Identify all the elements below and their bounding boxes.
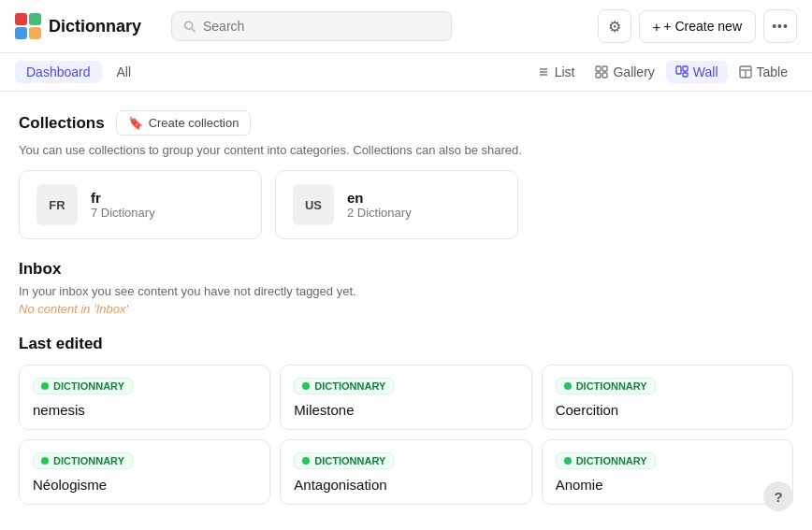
app-title: Dictionnary [49,17,141,36]
collection-info-fr: fr 7 Dictionary [91,190,155,220]
tag-dot-2 [564,382,572,390]
help-label: ? [774,489,782,505]
list-icon [537,65,550,79]
svg-rect-13 [676,66,681,74]
collection-flag-en: US [293,184,334,225]
create-new-button[interactable]: + + Create new [639,10,756,43]
search-icon [183,20,196,33]
create-collection-button[interactable]: 🔖 Create collection [116,110,252,136]
card-tag-5: DICTIONNARY [556,452,656,469]
card-item-antagonisation[interactable]: DICTIONNARY Antagonisation [280,439,531,505]
view-tab-wall[interactable]: Wall [666,61,728,83]
svg-rect-11 [596,73,601,78]
search-input[interactable] [203,19,440,34]
view-tab-gallery[interactable]: Gallery [586,61,663,83]
header-actions: ⚙ + + Create new ••• [598,9,797,43]
view-tab-list-label: List [555,64,575,79]
card-tag-1: DICTIONNARY [294,378,394,394]
nav-tabs: Dashboard All List Gallery [0,53,812,92]
gear-icon: ⚙ [608,18,621,36]
collection-flag-fr: FR [36,184,78,225]
main-content: Collections 🔖 Create collection You can … [0,92,812,505]
header: Dictionnary ⚙ + + Create new ••• [0,0,812,53]
svg-line-5 [192,28,195,31]
tag-label-2: DICTIONNARY [576,380,647,392]
card-item-neologisme[interactable]: DICTIONNARY Néologisme [19,439,270,505]
create-new-label: + Create new [663,19,742,34]
search-bar[interactable] [171,11,452,41]
tag-dot-1 [302,382,310,390]
svg-rect-10 [602,66,607,71]
view-tab-table-label: Table [757,64,788,79]
card-tag-4: DICTIONNARY [294,452,394,469]
view-tab-wall-label: Wall [693,64,718,79]
inbox-title: Inbox [19,260,793,279]
tag-label-5: DICTIONNARY [576,455,647,466]
card-name-1: Milestone [294,402,517,418]
collection-card-en[interactable]: US en 2 Dictionary [275,170,518,239]
collection-name-en: en [347,190,412,206]
collections-header: Collections 🔖 Create collection [19,110,793,136]
view-tabs: List Gallery Wall Ta [528,61,797,83]
table-icon [739,65,752,79]
last-edited-section: Last edited DICTIONNARY nemesis DICTIONN… [19,335,793,505]
tag-dot-0 [41,382,49,390]
collection-count-en: 2 Dictionary [347,206,412,220]
card-tag-0: DICTIONNARY [33,378,133,394]
cards-grid: DICTIONNARY nemesis DICTIONNARY Mileston… [19,365,793,505]
card-item-coercition[interactable]: DICTIONNARY Coercition [542,365,793,430]
last-edited-title: Last edited [19,335,793,353]
collections-title: Collections [19,114,105,133]
view-tab-table[interactable]: Table [730,61,797,83]
logo: Dictionnary [15,13,141,39]
card-item-anomie[interactable]: DICTIONNARY Anomie [542,439,793,505]
tag-dot-3 [41,457,49,465]
plus-icon: + [653,19,661,35]
card-name-5: Anomie [556,477,779,493]
more-button[interactable]: ••• [763,9,797,43]
inbox-description: In your inbox you see content you have n… [19,284,793,298]
card-name-0: nemesis [33,402,256,418]
collection-info-en: en 2 Dictionary [347,190,412,220]
card-name-2: Coercition [556,402,779,418]
tag-label-3: DICTIONNARY [53,455,124,466]
gallery-icon [595,65,608,79]
settings-button[interactable]: ⚙ [598,9,631,43]
tag-dot-5 [564,457,572,465]
more-icon: ••• [772,19,789,34]
tag-label-0: DICTIONNARY [53,380,124,392]
logo-icon [15,13,41,39]
svg-rect-3 [29,27,41,39]
bookmark-icon: 🔖 [128,116,143,130]
card-name-3: Néologisme [33,477,256,493]
collections-description: You can use collections to group your co… [19,143,793,157]
card-tag-3: DICTIONNARY [33,452,133,469]
inbox-section: Inbox In your inbox you see content you … [19,260,793,316]
tag-dot-4 [302,457,310,465]
tag-label-4: DICTIONNARY [314,455,385,466]
tag-label-1: DICTIONNARY [314,380,385,392]
wall-icon [675,65,689,79]
svg-rect-1 [29,13,41,25]
help-button[interactable]: ? [763,481,793,511]
svg-rect-14 [683,66,688,71]
collection-card-fr[interactable]: FR fr 7 Dictionary [19,170,262,239]
svg-rect-9 [596,66,601,71]
svg-rect-15 [683,73,688,77]
collection-name-fr: fr [91,190,155,206]
svg-rect-2 [15,27,27,39]
card-name-4: Antagonisation [294,477,517,493]
card-tag-2: DICTIONNARY [556,378,656,394]
create-collection-label: Create collection [149,116,239,130]
svg-rect-12 [602,73,607,78]
card-item-milestone[interactable]: DICTIONNARY Milestone [280,365,531,430]
svg-rect-0 [15,13,27,25]
view-tab-list[interactable]: List [528,61,585,83]
collection-count-fr: 7 Dictionary [91,206,155,220]
view-tab-gallery-label: Gallery [613,64,654,79]
tab-all[interactable]: All [106,61,143,83]
card-item-nemesis[interactable]: DICTIONNARY nemesis [19,365,270,430]
tab-dashboard[interactable]: Dashboard [15,61,102,83]
collection-cards: FR fr 7 Dictionary US en 2 Dictionary [19,170,793,239]
inbox-empty-message: No content in 'Inbox' [19,302,793,316]
